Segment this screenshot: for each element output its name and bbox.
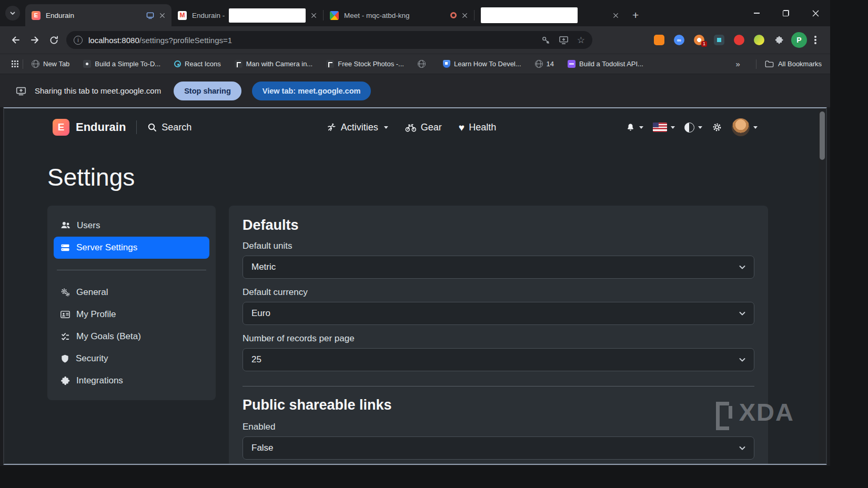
- apps-grid-icon[interactable]: [12, 60, 13, 62]
- url-path: /settings?profileSettings=1: [139, 36, 232, 45]
- reload-button[interactable]: [44, 30, 63, 49]
- extension-icon-dark[interactable]: [711, 32, 727, 48]
- sidebar-item-general[interactable]: General: [54, 281, 209, 303]
- new-tab-button[interactable]: +: [625, 4, 646, 26]
- bookmark-item[interactable]: [418, 60, 429, 68]
- default-currency-select[interactable]: Euro: [243, 302, 754, 325]
- extension-icon-blue[interactable]: ∞: [671, 32, 687, 48]
- tab-endurain-gmail[interactable]: M Endurain -: [171, 4, 323, 26]
- bell-icon: [625, 123, 635, 133]
- nav-gear[interactable]: Gear: [405, 121, 442, 133]
- tab-redacted[interactable]: [475, 4, 625, 26]
- site-info-icon[interactable]: i: [74, 36, 83, 45]
- profile-avatar[interactable]: P: [791, 32, 807, 48]
- shield-icon: [60, 354, 70, 364]
- bookmark-item[interactable]: Build a Simple To-D...: [83, 60, 160, 68]
- extension-icon-green[interactable]: [751, 32, 767, 48]
- sidebar-item-label: General: [76, 287, 108, 298]
- users-icon: [60, 220, 71, 231]
- sidebar-divider: [57, 270, 206, 270]
- brand-name[interactable]: Endurain: [76, 120, 126, 134]
- pexels-icon: [235, 60, 243, 68]
- install-app-icon[interactable]: [559, 35, 569, 45]
- heart-icon: ♥: [459, 123, 465, 133]
- extensions-puzzle-icon[interactable]: [771, 32, 787, 48]
- main-nav: Activities Gear ♥ Health: [327, 121, 496, 133]
- user-menu[interactable]: [732, 118, 758, 136]
- chevron-down-icon: [9, 10, 16, 16]
- tab-strip: E Endurain M Endurain -: [0, 0, 830, 26]
- close-window-button[interactable]: [801, 0, 830, 26]
- endurain-logo[interactable]: E: [53, 119, 69, 136]
- site-favicon: [83, 60, 91, 68]
- settings-page: Settings Users Server Settings: [4, 146, 819, 464]
- all-bookmarks-button[interactable]: All Bookmarks: [765, 60, 822, 68]
- divider: [756, 59, 756, 69]
- bookmark-item[interactable]: Build a Todolist API...: [568, 60, 643, 68]
- tab-search-button[interactable]: [5, 6, 20, 21]
- nav-label: Gear: [421, 122, 442, 133]
- back-button[interactable]: [6, 30, 25, 49]
- bookmark-item[interactable]: Free Stock Photos -...: [326, 60, 404, 68]
- bookmarks-overflow-icon[interactable]: »: [736, 59, 740, 68]
- select-value: False: [251, 443, 274, 453]
- theme-dropdown[interactable]: [684, 123, 702, 133]
- bookmark-item[interactable]: 14: [535, 60, 554, 68]
- minimize-button[interactable]: [742, 0, 771, 26]
- bookmark-item[interactable]: Man with Camera in...: [235, 60, 312, 68]
- extension-icon-orange-badge[interactable]: 1: [691, 32, 707, 48]
- records-per-page-select[interactable]: 25: [243, 348, 754, 371]
- page-scrollbar[interactable]: [819, 108, 826, 464]
- stop-sharing-button[interactable]: Stop sharing: [174, 82, 241, 100]
- bookmark-star-icon[interactable]: ☆: [577, 36, 585, 45]
- all-bookmarks-label: All Bookmarks: [778, 60, 822, 68]
- bookmark-label: React Icons: [185, 60, 221, 68]
- public-links-enabled-select[interactable]: False: [243, 436, 754, 460]
- default-units-select[interactable]: Metric: [243, 256, 754, 279]
- nav-activities[interactable]: Activities: [327, 122, 388, 133]
- sidebar-item-integrations[interactable]: Integrations: [54, 370, 209, 392]
- bookmark-item[interactable]: Learn How To Devel...: [443, 60, 521, 68]
- shared-tab-viewport: E Endurain Search Activities: [3, 107, 827, 465]
- view-tab-button[interactable]: View tab: meet.google.com: [252, 82, 371, 100]
- extension-icon-fox[interactable]: [651, 32, 667, 48]
- bookmark-label: Learn How To Devel...: [454, 60, 521, 68]
- bookmarks-bar: New Tab Build a Simple To-D... React Ico…: [0, 54, 830, 74]
- language-dropdown[interactable]: [653, 123, 675, 132]
- scrollbar-thumb[interactable]: [820, 111, 825, 160]
- maximize-button[interactable]: [771, 0, 801, 26]
- sidebar-item-my-goals[interactable]: My Goals (Beta): [54, 326, 209, 348]
- window-controls: [742, 0, 830, 26]
- sidebar-item-users[interactable]: Users: [54, 214, 209, 237]
- search-icon: [147, 123, 157, 132]
- redacted-tab-title: [229, 8, 306, 23]
- gears-icon: [60, 287, 70, 298]
- sidebar-item-security[interactable]: Security: [54, 348, 209, 370]
- close-tab-icon[interactable]: [309, 11, 319, 21]
- notifications-dropdown[interactable]: [625, 123, 643, 133]
- close-tab-icon[interactable]: [611, 11, 621, 21]
- tab-endurain[interactable]: E Endurain: [25, 4, 171, 26]
- bookmark-item[interactable]: React Icons: [174, 60, 221, 68]
- user-avatar: [732, 118, 750, 136]
- extension-icon-red[interactable]: [731, 32, 747, 48]
- close-tab-icon[interactable]: [460, 11, 470, 21]
- url-text: localhost:8080/settings?profileSettings=…: [88, 36, 232, 45]
- sidebar-item-server-settings[interactable]: Server Settings: [54, 237, 209, 259]
- meet-favicon: [330, 11, 339, 20]
- password-key-icon[interactable]: [541, 36, 550, 45]
- bookmark-item[interactable]: New Tab: [32, 60, 69, 68]
- settings-gear-icon[interactable]: [712, 122, 722, 133]
- forward-button[interactable]: [25, 30, 44, 49]
- sidebar-item-my-profile[interactable]: My Profile: [54, 303, 209, 326]
- tab-meet[interactable]: Meet - mqc-atbd-kng: [324, 4, 474, 26]
- nav-label: Health: [469, 122, 496, 133]
- endurain-app: E Endurain Search Activities: [4, 108, 819, 464]
- search-button[interactable]: Search: [147, 122, 191, 133]
- address-bar[interactable]: i localhost:8080/settings?profileSetting…: [66, 31, 592, 49]
- close-tab-icon[interactable]: [157, 11, 167, 21]
- chevron-down-icon: [639, 126, 643, 129]
- browser-menu-icon[interactable]: [814, 39, 816, 41]
- nav-health[interactable]: ♥ Health: [459, 122, 496, 133]
- bookmark-label: 14: [547, 60, 554, 68]
